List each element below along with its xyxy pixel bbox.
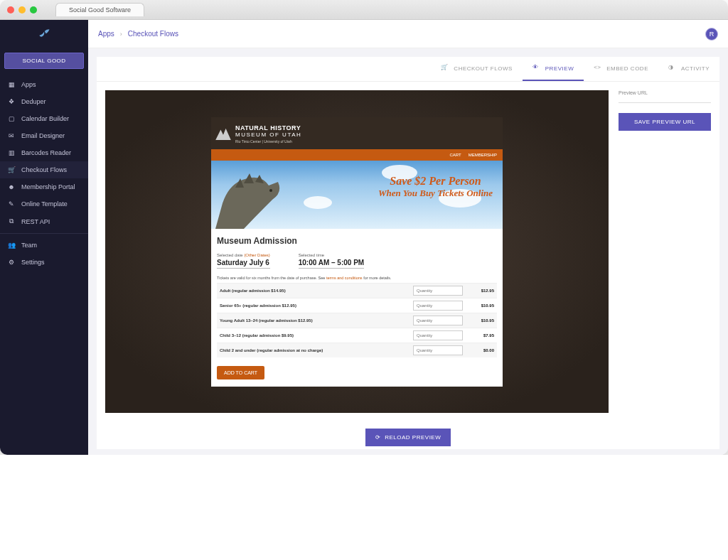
validity-text: Tickets are valid for six months from th… — [217, 276, 497, 280]
quantity-input[interactable] — [413, 286, 463, 296]
banner-line2: When You Buy Tickets Online — [378, 188, 493, 199]
app-logo — [0, 20, 88, 48]
svg-marker-0 — [215, 129, 231, 140]
window-close-dot[interactable] — [7, 6, 14, 14]
sidebar-item-rest-api[interactable]: ⧉REST API — [0, 212, 88, 230]
cart-icon: 🛒 — [7, 166, 16, 173]
sidebar-item-membership-portal[interactable]: ☻Membership Portal — [0, 178, 88, 195]
title-bar: Social Good Software — [0, 0, 728, 20]
browser-tab[interactable]: Social Good Software — [55, 3, 144, 16]
sidebar-item-settings[interactable]: ⚙Settings — [0, 254, 88, 271]
calendar-icon: ▢ — [7, 115, 16, 122]
selected-time-label: Selected time — [299, 253, 364, 257]
window-minimize-dot[interactable] — [18, 6, 26, 14]
sidebar-item-label: Apps — [21, 81, 36, 88]
sidebar-item-label: Team — [21, 242, 37, 249]
breadcrumb-item[interactable]: Checkout Flows — [128, 30, 178, 38]
avatar[interactable]: R — [705, 28, 718, 41]
tab-label: PREVIEW — [545, 65, 574, 72]
sidebar-item-label: Calendar Builder — [21, 115, 69, 122]
sidebar-item-checkout-flows[interactable]: 🛒Checkout Flows — [0, 161, 88, 178]
sidebar-item-label: Email Designer — [21, 132, 65, 139]
content-card: 🛒CHECKOUT FLOWS 👁PREVIEW <>EMBED CODE ◑A… — [97, 57, 719, 449]
other-dates-link[interactable]: (Other Dates) — [244, 253, 269, 257]
ticket-price: $0.00 — [469, 348, 497, 352]
sidebar-item-barcodes-reader[interactable]: ▥Barcodes Reader — [0, 144, 88, 161]
browser-window: Social Good Software SOCIAL GOOD ▦Apps ❖… — [0, 0, 728, 455]
quantity-input[interactable] — [413, 316, 463, 325]
quantity-input[interactable] — [413, 301, 463, 311]
sidebar-item-team[interactable]: 👥Team — [0, 237, 88, 254]
ticket-row: Adult (regular admission $14.95) $12.95 — [217, 283, 497, 298]
tab-embed-code[interactable]: <>EMBED CODE — [584, 57, 658, 81]
eye-icon: 👁 — [532, 64, 541, 72]
terms-link[interactable]: terms and conditions — [326, 276, 363, 280]
quantity-input[interactable] — [413, 330, 463, 340]
ticket-name: Child 3–12 (regular admission $9.95) — [217, 333, 407, 338]
preview-url-label: Preview URL — [619, 90, 711, 95]
api-icon: ⧉ — [7, 217, 16, 225]
ticket-row: Child 2 and under (regular admission at … — [217, 343, 497, 357]
breadcrumb-item[interactable]: Apps — [98, 30, 114, 38]
preview-page: NATURAL HISTORY MUSEUM OF UTAH Rio Tinto… — [211, 117, 503, 387]
grid-icon: ▦ — [7, 81, 16, 88]
museum-brand-line3: Rio Tinto Center | University of Utah — [235, 139, 301, 144]
layers-icon: ❖ — [7, 98, 16, 105]
cart-icon: 🛒 — [441, 64, 449, 72]
window-maximize-dot[interactable] — [30, 6, 37, 14]
sidebar-item-label: REST API — [21, 218, 50, 225]
person-icon: ☻ — [7, 183, 16, 190]
selected-time-value: 10:00 AM – 5:00 PM — [299, 259, 364, 269]
sidebar-item-email-designer[interactable]: ✉Email Designer — [0, 127, 88, 144]
ticket-name: Adult (regular admission $14.95) — [217, 289, 407, 293]
code-icon: <> — [594, 64, 602, 72]
tab-label: EMBED CODE — [606, 65, 648, 72]
save-preview-url-button[interactable]: SAVE PREVIEW URL — [619, 113, 711, 131]
tab-checkout-flows[interactable]: 🛒CHECKOUT FLOWS — [431, 57, 522, 81]
preview-url-input[interactable] — [619, 102, 711, 103]
breadcrumb: Apps › Checkout Flows — [98, 30, 178, 38]
barcode-icon: ▥ — [7, 149, 16, 156]
sidebar-item-label: Barcodes Reader — [21, 149, 71, 156]
selected-date-value: Saturday July 6 — [217, 259, 270, 269]
sidebar-item-deduper[interactable]: ❖Deduper — [0, 93, 88, 110]
brand-button[interactable]: SOCIAL GOOD — [4, 53, 84, 69]
ticket-row: Young Adult 13–24 (regular admission $12… — [217, 313, 497, 328]
people-icon: 👥 — [7, 242, 16, 249]
ticket-name: Senior 65+ (regular admission $12.95) — [217, 303, 407, 308]
nav-membership[interactable]: MEMBERSHIP — [469, 153, 497, 157]
sidebar-item-label: Deduper — [21, 98, 46, 105]
museum-brand-line1: NATURAL HISTORY — [235, 124, 301, 131]
topbar: Apps › Checkout Flows R — [88, 20, 728, 48]
ticket-price: $12.95 — [469, 289, 497, 293]
nav-cart[interactable]: CART — [449, 153, 461, 157]
ticket-table: Adult (regular admission $14.95) $12.95 … — [217, 283, 497, 357]
sidebar-item-apps[interactable]: ▦Apps — [0, 76, 88, 93]
ticket-name: Child 2 and under (regular admission at … — [217, 348, 407, 352]
ticket-price: $10.95 — [469, 318, 497, 323]
tab-label: ACTIVITY — [681, 65, 710, 72]
tab-label: CHECKOUT FLOWS — [454, 65, 512, 72]
museum-brand-line2: MUSEUM OF UTAH — [235, 131, 301, 138]
ticket-row: Senior 65+ (regular admission $12.95) $1… — [217, 298, 497, 313]
preview-frame: NATURAL HISTORY MUSEUM OF UTAH Rio Tinto… — [105, 90, 609, 413]
refresh-icon: ◑ — [668, 64, 677, 72]
sidebar-divider — [0, 233, 88, 234]
add-to-cart-button[interactable]: ADD TO CART — [217, 366, 264, 379]
museum-nav: CART MEMBERSHIP — [211, 149, 503, 161]
museum-header: NATURAL HISTORY MUSEUM OF UTAH Rio Tinto… — [211, 117, 503, 149]
sidebar-item-calendar-builder[interactable]: ▢Calendar Builder — [0, 110, 88, 127]
sidebar-item-label: Checkout Flows — [21, 166, 67, 173]
reload-preview-button[interactable]: ⟳RELOAD PREVIEW — [365, 429, 451, 446]
tab-preview[interactable]: 👁PREVIEW — [523, 57, 584, 81]
promo-banner: Save $2 Per Person When You Buy Tickets … — [211, 161, 503, 229]
sidebar-item-online-template[interactable]: ✎Online Template — [0, 195, 88, 212]
gear-icon: ⚙ — [7, 259, 16, 266]
banner-line1: Save $2 Per Person — [378, 175, 493, 188]
quantity-input[interactable] — [413, 345, 463, 355]
tab-activity[interactable]: ◑ACTIVITY — [658, 57, 719, 81]
selected-date-label: Selected date — [217, 253, 243, 257]
sidebar-item-label: Online Template — [21, 200, 68, 208]
ticket-price: $7.95 — [469, 333, 497, 338]
ticket-name: Young Adult 13–24 (regular admission $12… — [217, 318, 407, 323]
